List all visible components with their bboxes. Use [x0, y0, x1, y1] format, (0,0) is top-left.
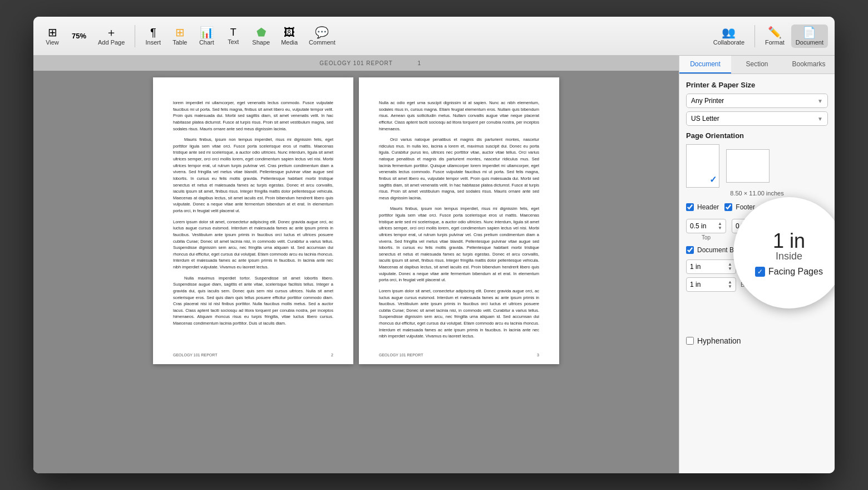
- page2-number: 2: [331, 352, 333, 359]
- view-button[interactable]: ⊞ View: [40, 24, 65, 48]
- header-margin: 0.5 in ▲ ▼ Top: [686, 219, 726, 241]
- facing-pages-label: Facing Pages: [768, 267, 823, 277]
- page3-text-1: Nulla ac odio eget urna suscipit digniss…: [379, 100, 539, 132]
- text-label: Text: [228, 38, 239, 45]
- table-button[interactable]: ⊞ Table: [167, 24, 192, 48]
- page3-footer: GEOLOGY 101 REPORT 3: [379, 352, 539, 359]
- page-spread-1: lorem imperdiet mi ullamcorper, eget ven…: [153, 77, 559, 364]
- collaborate-icon: 👥: [722, 27, 736, 38]
- shape-button[interactable]: ⬟ Shape: [248, 24, 274, 48]
- tab-document[interactable]: Document: [679, 56, 731, 74]
- orientation-options: ✓: [686, 144, 828, 188]
- margins-section: 1 in ▲ ▼ 1 in 1 in ▲: [686, 259, 828, 292]
- paper-select[interactable]: US Letter ▼: [686, 111, 828, 126]
- page2-text-4: Nulla maximus imperdiet tortor. Suspendi…: [173, 275, 333, 327]
- header-value-input[interactable]: 0.5 in ▲ ▼: [686, 219, 726, 233]
- paper-option: US Letter: [691, 115, 719, 122]
- top-stepper[interactable]: ▲ ▼: [728, 280, 732, 289]
- page2-text-1: lorem imperdiet mi ullamcorper, eget ven…: [173, 100, 333, 132]
- header-value: 0.5 in: [690, 222, 706, 230]
- table-icon: ⊞: [175, 27, 185, 38]
- document-header-bar: GEOLOGY 101 REPORT 1: [33, 56, 679, 71]
- zoom-circle-overlay: 1 in Inside ✓ Facing Pages: [733, 197, 835, 308]
- page-number-header: 1: [417, 60, 421, 66]
- format-button[interactable]: ✏️ Format: [761, 24, 789, 48]
- canvas-area[interactable]: GEOLOGY 101 REPORT 1 lorem imperdiet mi …: [33, 56, 679, 473]
- hyphenation-row: Hyphenation: [686, 336, 828, 345]
- inside-value: 1 in: [690, 263, 701, 271]
- zoom-button[interactable]: 75%: [67, 30, 91, 42]
- page2-text-3: Lorem ipsum dolor sit amet, consectetur …: [173, 219, 333, 271]
- printer-paper-title: Printer & Paper Size: [686, 81, 828, 89]
- panel-tabs: Document Section Bookmarks: [679, 56, 835, 74]
- insert-button[interactable]: ¶ Insert: [141, 24, 165, 48]
- mac-window: ⊞ View 75% ＋ Add Page ¶ Insert ⊞ Table 📊…: [33, 17, 835, 473]
- add-page-button[interactable]: ＋ Add Page: [93, 24, 129, 48]
- media-label: Media: [281, 39, 298, 46]
- chart-icon: 📊: [200, 27, 214, 38]
- document-label: Document: [796, 39, 823, 46]
- footer-checkbox-row: Footer: [724, 203, 755, 211]
- page3-text-2: Orci varius natoque penatibus et magnis …: [379, 136, 539, 201]
- printer-chevron-icon: ▼: [817, 98, 823, 104]
- orientation-portrait: ✓: [686, 144, 719, 188]
- separator-2: [754, 25, 755, 47]
- chart-label: Chart: [199, 39, 214, 46]
- printer-paper-section: Printer & Paper Size Any Printer ▼ US Le…: [686, 81, 828, 126]
- hyphenation-label: Hyphenation: [697, 336, 741, 345]
- page3-number: 3: [537, 352, 539, 359]
- format-icon: ✏️: [768, 27, 782, 38]
- media-button[interactable]: 🖼 Media: [277, 24, 302, 48]
- right-panel: Document Section Bookmarks Printer & Pap…: [679, 56, 835, 473]
- zoom-facing-pages: ✓ Facing Pages: [755, 267, 823, 277]
- tab-section[interactable]: Section: [731, 56, 783, 74]
- insert-label: Insert: [146, 39, 161, 46]
- hyphenation-checkbox[interactable]: [686, 337, 694, 345]
- chart-button[interactable]: 📊 Chart: [194, 24, 219, 48]
- panel-content: Printer & Paper Size Any Printer ▼ US Le…: [679, 74, 835, 473]
- shape-label: Shape: [252, 39, 270, 46]
- header-checkbox-row: Header: [686, 203, 719, 211]
- pages-container: lorem imperdiet mi ullamcorper, eget ven…: [33, 71, 679, 371]
- top-down-icon[interactable]: ▼: [728, 285, 732, 289]
- header-down-icon[interactable]: ▼: [718, 226, 722, 231]
- printer-option: Any Printer: [691, 97, 724, 105]
- format-label: Format: [765, 39, 785, 46]
- comment-icon: 💬: [315, 27, 329, 38]
- collaborate-button[interactable]: 👥 Collaborate: [709, 24, 749, 48]
- page-2: lorem imperdiet mi ullamcorper, eget ven…: [153, 77, 353, 364]
- header-stepper[interactable]: ▲ ▼: [718, 222, 722, 231]
- landscape-box[interactable]: [726, 149, 770, 183]
- facing-checkbox-icon: ✓: [755, 267, 765, 277]
- inside-stepper[interactable]: ▲ ▼: [728, 262, 732, 271]
- footer-label: Footer: [736, 203, 755, 211]
- add-page-icon: ＋: [106, 27, 117, 38]
- view-icon: ⊞: [48, 27, 57, 38]
- page2-text-2: Mauris finibus, ipsum non tempus imperdi…: [173, 136, 333, 214]
- hyphenation-checkbox-row: Hyphenation: [686, 336, 828, 345]
- document-button[interactable]: 📄 Document: [791, 24, 828, 48]
- zoom-icon: 75%: [72, 32, 86, 40]
- header-checkbox[interactable]: [686, 203, 694, 211]
- document-body-checkbox[interactable]: [686, 246, 694, 254]
- portrait-box[interactable]: ✓: [686, 144, 719, 188]
- inside-margin-input[interactable]: 1 in ▲ ▼: [686, 259, 736, 274]
- orientation-title: Page Orientation: [686, 131, 828, 140]
- table-label: Table: [172, 39, 187, 46]
- top-margin-input[interactable]: 1 in ▲ ▼: [686, 277, 736, 292]
- orientation-landscape: [726, 149, 770, 183]
- paper-chevron-icon: ▼: [817, 116, 823, 122]
- inside-down-icon[interactable]: ▼: [728, 267, 732, 271]
- text-button[interactable]: T Text: [221, 25, 245, 47]
- printer-select[interactable]: Any Printer ▼: [686, 94, 828, 108]
- header-text: GEOLOGY 101 REPORT: [319, 60, 393, 66]
- tab-bookmarks[interactable]: Bookmarks: [783, 56, 835, 74]
- shape-icon: ⬟: [257, 27, 266, 38]
- header-label: Header: [697, 203, 719, 211]
- toolbar: ⊞ View 75% ＋ Add Page ¶ Insert ⊞ Table 📊…: [33, 17, 835, 56]
- add-page-label: Add Page: [98, 39, 125, 46]
- comment-button[interactable]: 💬 Comment: [304, 24, 340, 48]
- orientation-section: Page Orientation ✓ 8.50 × 11.00 inches: [686, 131, 828, 197]
- page3-footer-text: GEOLOGY 101 REPORT: [379, 352, 423, 359]
- footer-checkbox[interactable]: [724, 203, 732, 211]
